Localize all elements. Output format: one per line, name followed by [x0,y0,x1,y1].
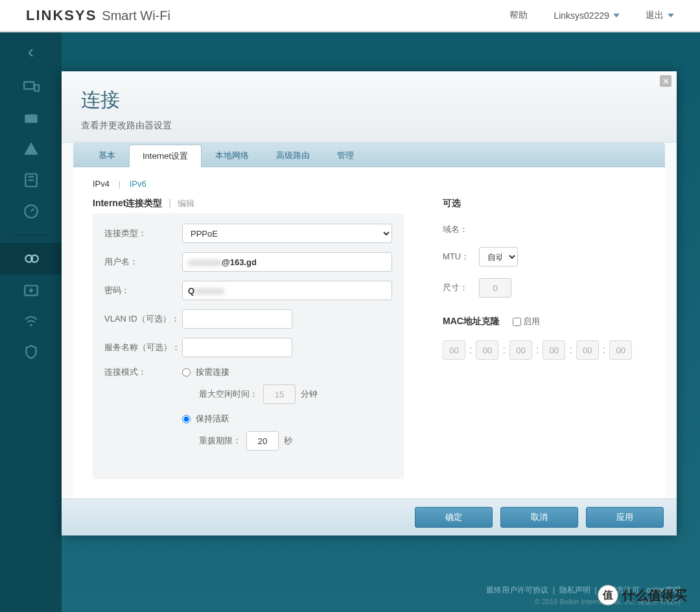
page-footer: 最终用户许可协议 | 隐私声明 | 第三方许可 ookie声明 © 2019 B… [0,581,700,612]
brand-logo: LINKSYSSmart Wi-Fi [26,7,170,24]
svg-rect-0 [24,82,34,89]
wireless-icon[interactable] [0,305,62,336]
conn-type-select[interactable]: PPPoE [182,224,392,243]
username-input[interactable]: xxxxxxxx@163.gd [182,252,392,272]
redial-unit: 秒 [284,435,292,447]
tab-advanced-routing[interactable]: 高级路由 [262,144,323,167]
privacy-link[interactable]: 隐私声明 [559,585,590,594]
mac-octet-2 [476,340,498,360]
mtu-select[interactable]: 自动 [479,247,518,266]
top-right: 帮助 Linksys02229 退出 [509,10,674,21]
chevron-down-icon [668,14,674,18]
svg-point-8 [30,324,32,326]
modal-footer: 确定 取消 应用 [62,499,677,536]
on-demand-radio[interactable] [182,368,191,377]
redial-label: 重拨期限： [199,435,241,447]
eula-link[interactable]: 最终用户许可协议 [486,585,548,594]
ipv6-link[interactable]: IPv6 [130,179,146,189]
media-icon[interactable] [0,165,62,196]
size-label: 尺寸： [443,282,479,294]
service-input[interactable] [182,338,292,357]
help-link[interactable]: 帮助 [509,10,528,21]
username-label: 用户名： [104,256,182,268]
ipv4-link[interactable]: IPv4 [93,179,110,189]
devices-icon[interactable] [0,71,62,102]
security-icon[interactable] [0,336,62,368]
connection-form: 连接类型： PPPoE 用户名： xxxxxxxx@163.gd 密码： Qxx… [93,213,404,479]
mac-octet-4 [542,340,565,360]
close-icon[interactable]: ✕ [660,75,671,87]
chevron-down-icon [613,14,620,18]
edit-link[interactable]: 编辑 [178,198,194,208]
apply-button[interactable]: 应用 [586,507,664,528]
mac-octet-6 [609,340,632,360]
domain-label: 域名： [443,224,479,235]
conn-type-label: 连接类型： [104,228,182,239]
cancel-button[interactable]: 取消 [500,507,578,528]
optional-heading: 可选 [443,198,646,209]
vlan-label: VLAN ID（可选）： [104,313,182,325]
mac-octet-3 [509,340,532,360]
size-input [479,278,511,298]
password-label: 密码： [104,285,182,296]
svg-rect-1 [34,85,39,91]
idle-time-input [263,384,296,404]
connectivity-icon[interactable] [0,243,62,274]
mac-octet-5 [576,340,599,360]
parental-icon[interactable] [0,134,62,165]
watermark-icon: 值 [598,585,618,606]
mac-enable-label: 启用 [523,316,540,326]
copyright: © 2019 Belkin International, Inc. 保留所有权利 [0,597,681,607]
top-bar: LINKSYSSmart Wi-Fi 帮助 Linksys02229 退出 [0,0,700,32]
mac-enable-checkbox[interactable] [513,318,521,326]
password-input[interactable]: Qxxxxxxx [182,281,392,300]
mac-octet-1 [443,340,465,360]
mac-clone-heading: MAC地址克隆 启用 [443,316,646,327]
tab-local-network[interactable]: 本地网络 [202,144,262,167]
mode-label: 连接模式： [104,366,182,378]
logout-dropdown[interactable]: 退出 [646,10,674,21]
redial-input[interactable] [246,431,279,451]
mtu-label: MTU： [443,251,479,263]
tab-admin[interactable]: 管理 [323,144,368,167]
idle-time-label: 最大空闲时间： [199,388,258,400]
sidebar: ‹ [0,32,62,612]
back-arrow-icon[interactable]: ‹ [0,32,62,71]
vlan-input[interactable] [182,309,292,329]
account-dropdown[interactable]: Linksys02229 [554,10,620,21]
tab-internet[interactable]: Internet设置 [129,145,202,167]
keepalive-label: 保持活跃 [196,413,229,425]
svg-rect-2 [25,115,38,123]
panel-body: IPv4 | IPv6 Internet连接类型|编辑 连接类型： PPPoE … [73,167,665,499]
settings-modal: ✕ 连接 查看并更改路由器设置 基本 Internet设置 本地网络 高级路由 … [62,71,677,536]
modal-title: 连接 [81,87,657,113]
tab-basic[interactable]: 基本 [85,144,129,167]
mac-address-row: : : : : : [443,340,646,360]
ok-button[interactable]: 确定 [415,507,493,528]
section-heading: Internet连接类型|编辑 [93,198,404,209]
idle-time-unit: 分钟 [301,388,318,400]
service-label: 服务名称（可选）： [104,342,182,353]
troubleshoot-icon[interactable] [0,274,62,305]
ip-version-nav: IPv4 | IPv6 [93,179,646,189]
keepalive-radio[interactable] [182,415,191,423]
guest-icon[interactable] [0,102,62,134]
tab-bar: 基本 Internet设置 本地网络 高级路由 管理 [73,143,665,167]
on-demand-label: 按需连接 [196,366,229,378]
modal-subtitle: 查看并更改路由器设置 [81,120,657,132]
watermark: 值 什么值得买 [598,585,687,606]
speed-icon[interactable] [0,196,62,227]
